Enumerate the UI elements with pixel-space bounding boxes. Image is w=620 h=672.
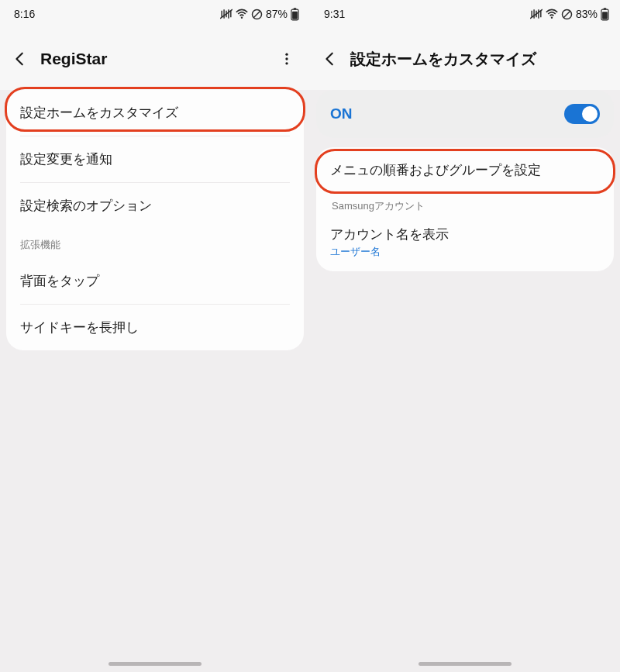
more-vert-icon	[279, 51, 294, 67]
status-bar: 9:31	[310, 0, 620, 28]
svg-point-9	[285, 62, 288, 64]
vibrate-icon	[220, 9, 232, 19]
battery-icon	[601, 8, 609, 21]
row-menu-order[interactable]: メニュの順番およびグループを設定	[316, 147, 614, 193]
master-toggle-row[interactable]: ON	[316, 90, 614, 138]
svg-line-3	[253, 11, 260, 18]
battery-percent: 87%	[266, 8, 288, 20]
svg-point-11	[551, 17, 553, 19]
battery-icon	[291, 8, 299, 21]
chevron-left-icon	[322, 50, 339, 67]
back-button[interactable]	[6, 45, 34, 73]
options-card: メニュの順番およびグループを設定 Samsungアカウント アカウント名を表示 …	[316, 147, 614, 271]
toggle-switch[interactable]	[564, 104, 600, 124]
no-sim-icon	[251, 9, 263, 20]
clock: 9:31	[324, 8, 345, 20]
nav-handle[interactable]	[418, 662, 512, 666]
toggle-label: ON	[330, 105, 353, 122]
status-icons: 83%	[530, 8, 609, 21]
title-bar: 設定ホームをカスタマイズ	[310, 28, 620, 90]
row-back-tap[interactable]: 背面をタップ	[6, 258, 304, 304]
back-button[interactable]	[316, 45, 344, 73]
row-search-options[interactable]: 設定検索のオプション	[6, 183, 304, 229]
row-side-key[interactable]: サイドキーを長押し	[6, 305, 304, 350]
svg-rect-5	[294, 8, 297, 9]
more-button[interactable]	[273, 45, 301, 73]
section-label-account: Samsungアカウント	[316, 193, 614, 218]
main-settings-card: 設定ホームをカスタマイズ 設定変更を通知 設定検索のオプション 拡張機能 背面を…	[6, 90, 304, 350]
svg-point-8	[285, 57, 288, 60]
row-account-name[interactable]: アカウント名を表示 ユーザー名	[316, 218, 614, 271]
svg-rect-16	[602, 12, 608, 19]
battery-percent: 83%	[576, 8, 598, 20]
svg-rect-15	[604, 8, 607, 9]
section-label-extensions: 拡張機能	[6, 229, 304, 258]
wifi-icon	[236, 9, 248, 19]
row-customize-home[interactable]: 設定ホームをカスタマイズ	[6, 90, 304, 136]
svg-line-13	[563, 11, 570, 18]
page-title: RegiStar	[40, 50, 267, 68]
svg-rect-6	[292, 11, 298, 19]
title-bar: RegiStar	[0, 28, 310, 90]
no-sim-icon	[561, 9, 573, 20]
account-name-title: アカウント名を表示	[330, 226, 600, 243]
status-icons: 87%	[220, 8, 299, 21]
account-name-sub: ユーザー名	[330, 245, 600, 259]
svg-point-7	[285, 53, 288, 56]
wifi-icon	[546, 9, 558, 19]
row-notify-changes[interactable]: 設定変更を通知	[6, 136, 304, 182]
nav-handle[interactable]	[108, 662, 202, 666]
chevron-left-icon	[12, 50, 29, 67]
svg-point-1	[241, 17, 243, 19]
clock: 8:16	[14, 8, 35, 20]
status-bar: 8:16	[0, 0, 310, 28]
page-title: 設定ホームをカスタマイズ	[350, 49, 611, 70]
vibrate-icon	[530, 9, 542, 19]
